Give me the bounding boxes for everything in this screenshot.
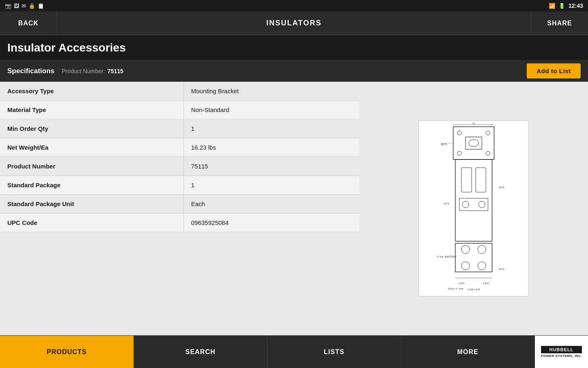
table-row: Standard Package Unit Each [0, 195, 359, 213]
table-row: Min Order Qty 1 [0, 119, 359, 138]
mail-icon: ✉ [22, 3, 26, 9]
status-time: 12:43 [568, 2, 583, 9]
nav-title: INSULATORS [57, 19, 531, 27]
spec-key: Min Order Qty [0, 119, 184, 138]
svg-point-19 [478, 245, 486, 254]
spec-key: Standard Package [0, 176, 184, 194]
product-image-area: 11 .6875 .9375 [359, 82, 588, 335]
camera-icon: 📷 [5, 3, 11, 9]
table-row: Accessory Type Mounting Bracket [0, 82, 359, 101]
battery-icon: 🔋 [559, 3, 565, 9]
svg-rect-5 [466, 137, 482, 149]
spec-value: 1 [184, 176, 359, 194]
svg-point-21 [478, 262, 486, 270]
spec-value: 16.23 lbs [184, 138, 359, 157]
status-right: 📶 🔋 12:43 [549, 2, 583, 9]
svg-text:.8125 x 1" Slot: .8125 x 1" Slot [448, 287, 463, 290]
table-row: Standard Package 1 [0, 176, 359, 195]
hubbell-logo-name: HUBBELL [541, 346, 582, 353]
svg-point-16 [479, 201, 485, 208]
table-row: Product Number 75115 [0, 157, 359, 176]
svg-rect-0 [453, 127, 494, 159]
svg-rect-6 [469, 140, 479, 146]
spec-key: UPC Code [0, 213, 184, 232]
bottom-nav: PRODUCTS SEARCH LISTS MORE HUBBELL POWER… [0, 335, 588, 368]
svg-point-3 [457, 151, 461, 155]
spec-value: Mounting Bracket [184, 82, 359, 100]
bottom-nav-lists[interactable]: LISTS [267, 336, 401, 368]
specs-table: Accessory Type Mounting Bracket Material… [0, 82, 359, 335]
svg-point-20 [461, 262, 470, 270]
spec-value: 09635925084 [184, 213, 359, 232]
spec-value: Non-Standard [184, 101, 359, 119]
share-button[interactable]: SHARE [531, 11, 588, 35]
bottom-nav-more[interactable]: MORE [401, 336, 535, 368]
hubbell-logo-subtitle: POWER SYSTEMS, INC. [541, 354, 582, 358]
product-diagram-svg: 11 .6875 .9375 [425, 123, 523, 294]
product-diagram: 11 .6875 .9375 [419, 121, 529, 296]
svg-text:4.125    4.125: 4.125 4.125 [467, 288, 480, 291]
svg-point-4 [486, 151, 490, 155]
wifi-icon: 📶 [549, 3, 555, 9]
svg-text:3.875: 3.875 [483, 282, 489, 285]
top-nav: BACK INSULATORS SHARE [0, 11, 588, 35]
svg-point-15 [462, 201, 469, 208]
hubbell-logo: HUBBELL POWER SYSTEMS, INC. [535, 336, 588, 368]
svg-rect-17 [455, 243, 492, 272]
spec-key: Accessory Type [0, 82, 184, 100]
svg-text:.8125: .8125 [498, 268, 505, 270]
bottom-nav-products[interactable]: PRODUCTS [0, 336, 134, 368]
spec-value: Each [184, 195, 359, 213]
lock-icon: 🔒 [29, 3, 35, 9]
svg-text:.6875: .6875 [440, 143, 447, 146]
page-title-bar: Insulator Accessories [0, 35, 588, 61]
svg-rect-14 [459, 198, 488, 211]
svg-text:11: 11 [472, 123, 475, 124]
svg-rect-13 [476, 168, 486, 192]
svg-text:.9375: .9375 [443, 202, 450, 205]
spec-key: Product Number [0, 157, 184, 175]
svg-rect-12 [461, 168, 472, 192]
add-to-list-button[interactable]: Add to List [527, 63, 581, 79]
status-bar: 📷 🖼 ✉ 🔒 📋 📶 🔋 12:43 [0, 0, 588, 11]
back-button[interactable]: BACK [0, 11, 57, 35]
bottom-nav-search[interactable]: SEARCH [134, 336, 268, 368]
status-icons-left: 📷 🖼 ✉ 🔒 📋 [5, 3, 44, 9]
svg-text:.8125: .8125 [498, 186, 505, 188]
table-row: Material Type Non-Standard [0, 101, 359, 119]
specifications-label: Specifications [7, 67, 54, 75]
svg-point-18 [461, 245, 470, 254]
table-row: Net Weight/Ea 16.23 lbs [0, 138, 359, 157]
page-title: Insulator Accessories [7, 41, 126, 54]
product-number-value: 75115 [107, 68, 123, 74]
clipboard-icon: 📋 [38, 3, 44, 9]
product-number-label: Product Number: [62, 68, 105, 74]
svg-rect-11 [455, 159, 492, 241]
svg-point-1 [457, 131, 461, 135]
table-row: UPC Code 09635925084 [0, 213, 359, 232]
main-content: Accessory Type Mounting Bracket Material… [0, 82, 588, 335]
spec-header: Specifications Product Number: 75115 Add… [0, 61, 588, 82]
spec-key: Net Weight/Ea [0, 138, 184, 157]
spec-value: 1 [184, 119, 359, 138]
svg-text:3.875: 3.875 [458, 282, 465, 285]
image-icon: 🖼 [14, 3, 19, 9]
spec-key: Standard Package Unit [0, 195, 184, 213]
spec-value: 75115 [184, 157, 359, 175]
svg-point-2 [486, 131, 490, 135]
spec-key: Material Type [0, 101, 184, 119]
